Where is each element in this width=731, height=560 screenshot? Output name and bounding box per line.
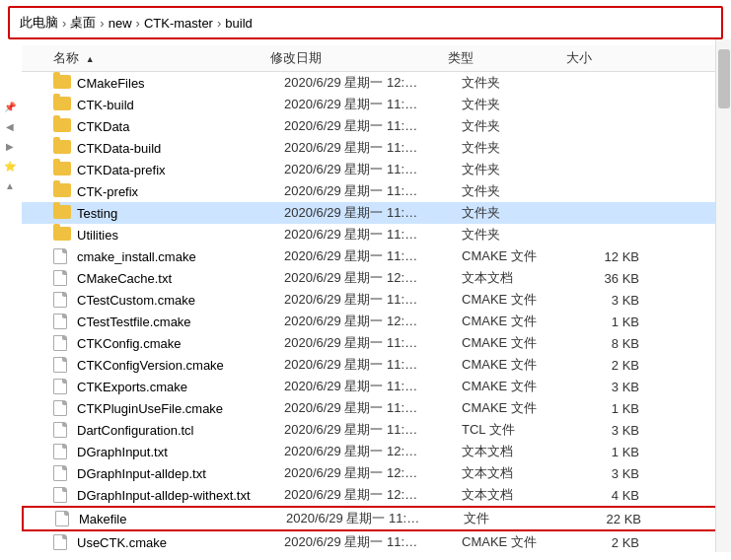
file-icon [55,511,73,526]
file-type: CMAKE 文件 [462,247,580,265]
file-size: 2 KB [580,535,659,550]
folder-icon [53,97,71,112]
file-size: 3 KB [580,466,659,481]
table-row[interactable]: CTKData-build2020/6/29 星期一 11:…文件夹 [22,137,731,159]
file-icon [53,314,71,329]
file-icon [53,465,71,481]
scrollbar[interactable] [715,39,731,552]
left-toolbar: 📌 ◀ ▶ ⭐ ▲ [0,39,20,193]
file-name: CTK-build [77,98,284,112]
table-row[interactable]: Utilities2020/6/29 星期一 11:…文件夹 [22,224,731,245]
file-name: UseCTK.cmake [77,535,284,550]
file-date: 2020/6/29 星期一 12:… [284,464,462,482]
folder-icon [53,183,71,199]
header-date[interactable]: 修改日期 [270,49,448,67]
file-name: DGraphInput.txt [77,445,284,459]
file-date: 2020/6/29 星期一 11:… [284,399,462,417]
file-size: 3 KB [580,423,659,438]
file-date: 2020/6/29 星期一 11:… [284,96,462,113]
file-icon [53,487,71,503]
header-size[interactable]: 大小 [566,49,645,67]
address-part-computer: 此电脑 [20,14,58,32]
address-part-build: build [225,16,252,31]
table-row[interactable]: Makefile2020/6/29 星期一 11:…文件22 KB [22,506,731,531]
table-row[interactable]: CMakeCache.txt2020/6/29 星期一 12:…文本文档36 K… [22,267,731,289]
table-row[interactable]: CTKData2020/6/29 星期一 11:…文件夹 [22,115,731,137]
table-row[interactable]: CTestCustom.cmake2020/6/29 星期一 11:…CMAKE… [22,289,731,311]
table-row[interactable]: CTK-build2020/6/29 星期一 11:…文件夹 [22,94,731,115]
toolbar-icon-4[interactable]: ⭐ [2,158,18,174]
toolbar-icon-5[interactable]: ▲ [2,177,18,193]
file-icon [53,400,71,416]
table-row[interactable]: DGraphInput-alldep-withext.txt2020/6/29 … [22,484,731,506]
file-type: CMAKE 文件 [462,356,580,374]
table-row[interactable]: CMakeFiles2020/6/29 星期一 12:…文件夹 [22,72,731,94]
file-size: 1 KB [580,401,659,416]
table-row[interactable]: CTKPluginUseFile.cmake2020/6/29 星期一 11:…… [22,397,731,419]
file-type: 文件夹 [462,96,580,113]
file-size: 3 KB [580,380,659,394]
file-date: 2020/6/29 星期一 12:… [284,486,462,504]
file-name: CTestTestfile.cmake [77,315,284,329]
file-type: CMAKE 文件 [462,334,580,352]
file-icon [53,292,71,308]
table-row[interactable]: CTestTestfile.cmake2020/6/29 星期一 12:…CMA… [22,311,731,332]
file-name: CTKData-build [77,141,284,156]
header-name[interactable]: 名称 ▲ [53,49,270,67]
file-type: CMAKE 文件 [462,291,580,309]
file-date: 2020/6/29 星期一 11:… [284,117,462,135]
file-icon [53,422,71,438]
file-type: 文件夹 [462,182,580,200]
file-size: 8 KB [580,336,659,351]
file-name: CTestCustom.cmake [77,293,284,308]
file-size: 12 KB [580,249,659,264]
folder-icon [53,75,71,91]
file-list: CMakeFiles2020/6/29 星期一 12:…文件夹CTK-build… [22,72,731,553]
table-row[interactable]: CTKConfig.cmake2020/6/29 星期一 11:…CMAKE 文… [22,332,731,354]
file-type: 文件 [464,510,582,527]
file-type: 文件夹 [462,226,580,244]
file-type: 文件夹 [462,161,580,178]
table-row[interactable]: UseCTK.cmake2020/6/29 星期一 11:…CMAKE 文件2 … [22,531,731,553]
file-date: 2020/6/29 星期一 11:… [284,139,462,157]
file-type: 文件夹 [462,139,580,157]
file-name: Makefile [79,512,286,526]
main-content: 名称 ▲ 修改日期 类型 大小 CMakeFiles2020/6/29 星期一 … [22,45,731,553]
table-row[interactable]: DartConfiguration.tcl2020/6/29 星期一 11:…T… [22,419,731,441]
table-row[interactable]: cmake_install.cmake2020/6/29 星期一 11:…CMA… [22,245,731,267]
toolbar-icon-2[interactable]: ◀ [2,118,18,134]
file-date: 2020/6/29 星期一 11:… [286,510,464,527]
table-row[interactable]: CTKData-prefix2020/6/29 星期一 11:…文件夹 [22,159,731,180]
file-icon [53,444,71,459]
file-name: CMakeCache.txt [77,271,284,286]
header-type[interactable]: 类型 [448,49,566,67]
scrollbar-thumb[interactable] [718,49,730,108]
table-row[interactable]: DGraphInput-alldep.txt2020/6/29 星期一 12:…… [22,462,731,484]
table-row[interactable]: DGraphInput.txt2020/6/29 星期一 12:…文本文档1 K… [22,441,731,462]
file-date: 2020/6/29 星期一 12:… [284,74,462,92]
address-bar[interactable]: 此电脑 › 桌面 › new › CTK-master › build [8,6,723,39]
file-date: 2020/6/29 星期一 11:… [284,182,462,200]
sort-arrow: ▲ [86,54,95,64]
file-type: CMAKE 文件 [462,313,580,330]
file-name: CTKPluginUseFile.cmake [77,401,284,416]
table-row[interactable]: CTKExports.cmake2020/6/29 星期一 11:…CMAKE … [22,376,731,397]
sep3: › [136,16,140,31]
file-size: 2 KB [580,358,659,373]
file-date: 2020/6/29 星期一 11:… [284,161,462,178]
file-date: 2020/6/29 星期一 12:… [284,443,462,460]
file-type: CMAKE 文件 [462,399,580,417]
file-name: CTK-prefix [77,184,284,199]
table-row[interactable]: Testing2020/6/29 星期一 11:…文件夹 [22,202,731,224]
file-name: CTKData [77,119,284,134]
toolbar-icon-3[interactable]: ▶ [2,138,18,154]
file-date: 2020/6/29 星期一 11:… [284,204,462,222]
table-row[interactable]: CTKConfigVersion.cmake2020/6/29 星期一 11:…… [22,354,731,376]
file-date: 2020/6/29 星期一 11:… [284,421,462,439]
toolbar-icon-1[interactable]: 📌 [2,99,18,114]
file-type: 文本文档 [462,464,580,482]
sep2: › [100,16,104,31]
file-type: 文本文档 [462,443,580,460]
table-row[interactable]: CTK-prefix2020/6/29 星期一 11:…文件夹 [22,180,731,202]
file-name: cmake_install.cmake [77,249,284,264]
